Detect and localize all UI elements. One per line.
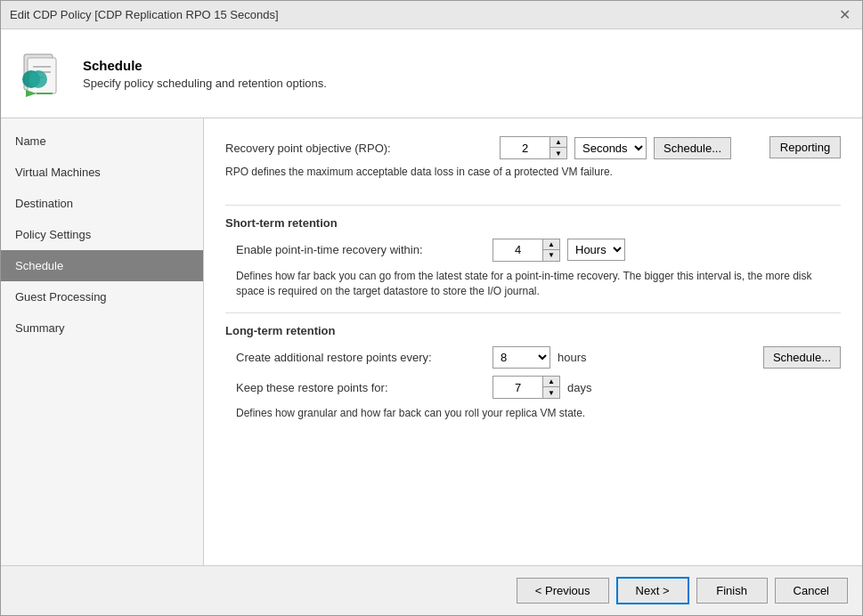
sidebar-item-summary[interactable]: Summary (1, 312, 203, 344)
header-subtitle: Specify policy scheduling and retention … (83, 77, 327, 90)
pit-spinner[interactable]: ▲ ▼ (493, 239, 560, 262)
header-panel: Schedule Specify policy scheduling and r… (1, 29, 862, 118)
pit-unit-select[interactable]: Hours Days (567, 239, 625, 261)
sidebar-item-destination[interactable]: Destination (1, 188, 203, 219)
cancel-button[interactable]: Cancel (775, 578, 848, 604)
rpo-spinner-buttons: ▲ ▼ (550, 137, 566, 158)
keep-spinner-buttons: ▲ ▼ (542, 377, 559, 398)
rpo-value-input[interactable] (501, 137, 550, 158)
restore-points-unit-label: hours (558, 351, 587, 364)
close-button[interactable]: ✕ (835, 6, 853, 24)
svg-point-6 (29, 70, 47, 88)
title-bar: Edit CDP Policy [CDP Replication RPO 15 … (1, 1, 862, 29)
keep-value-input[interactable] (493, 377, 542, 398)
sidebar-item-schedule[interactable]: Schedule (1, 250, 203, 281)
previous-button[interactable]: < Previous (517, 578, 609, 604)
sidebar: Name Virtual Machines Destination Policy… (1, 118, 204, 565)
pit-spinner-buttons: ▲ ▼ (542, 239, 559, 261)
restore-points-select[interactable]: 8 12 24 (493, 346, 550, 369)
sidebar-item-guest-processing[interactable]: Guest Processing (1, 281, 203, 312)
sidebar-item-name[interactable]: Name (1, 126, 203, 157)
finish-button[interactable]: Finish (696, 578, 768, 604)
rpo-unit-select[interactable]: Seconds Minutes Hours (574, 137, 647, 159)
next-button[interactable]: Next > (616, 577, 689, 604)
pit-info-text: Defines how far back you can go from the… (236, 269, 841, 299)
header-icon (15, 47, 69, 101)
short-term-title: Short-term retention (225, 216, 841, 230)
divider-2 (225, 312, 841, 313)
reporting-button[interactable]: Reporting (769, 136, 841, 158)
pit-label: Enable point-in-time recovery within: (236, 243, 485, 256)
header-text: Schedule Specify policy scheduling and r… (83, 58, 327, 90)
rpo-info-text: RPO defines the maximum acceptable data … (225, 165, 697, 180)
divider-1 (225, 205, 841, 206)
rpo-label: Recovery point objective (RPO): (225, 142, 493, 155)
keep-label: Keep these restore points for: (236, 381, 485, 394)
pit-spin-up[interactable]: ▲ (543, 239, 559, 250)
keep-spin-down[interactable]: ▼ (543, 387, 559, 398)
rpo-spin-up[interactable]: ▲ (550, 137, 566, 148)
rpo-schedule-button[interactable]: Schedule... (654, 137, 731, 159)
lt-schedule-button[interactable]: Schedule... (763, 346, 841, 369)
header-title: Schedule (83, 58, 327, 73)
footer: < Previous Next > Finish Cancel (1, 565, 862, 615)
long-term-title: Long-term retention (225, 324, 841, 337)
keep-spinner[interactable]: ▲ ▼ (493, 376, 560, 399)
pit-value-input[interactable] (493, 239, 542, 261)
main-content: Name Virtual Machines Destination Policy… (1, 118, 862, 565)
svg-rect-8 (37, 93, 53, 94)
keep-info-text: Defines how granular and how far back ca… (236, 406, 841, 421)
sidebar-item-policy-settings[interactable]: Policy Settings (1, 219, 203, 250)
keep-unit-label: days (567, 381, 591, 394)
pit-spin-down[interactable]: ▼ (543, 250, 559, 261)
restore-points-label: Create additional restore points every: (236, 351, 485, 364)
window-title: Edit CDP Policy [CDP Replication RPO 15 … (10, 8, 279, 21)
main-window: Edit CDP Policy [CDP Replication RPO 15 … (0, 0, 863, 616)
rpo-spinner[interactable]: ▲ ▼ (500, 136, 567, 159)
rpo-spin-down[interactable]: ▼ (550, 148, 566, 158)
sidebar-item-virtual-machines[interactable]: Virtual Machines (1, 157, 203, 188)
keep-spin-up[interactable]: ▲ (543, 377, 559, 387)
content-area: Recovery point objective (RPO): ▲ ▼ Seco… (204, 118, 862, 565)
